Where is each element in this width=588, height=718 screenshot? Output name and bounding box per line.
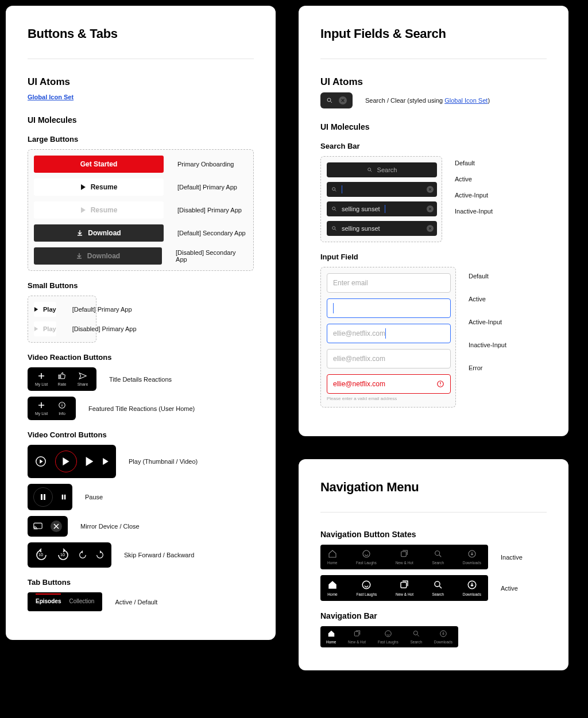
skip-back-icon[interactable]: 10 [34, 548, 48, 562]
nav-downloads[interactable]: Downloads [463, 549, 481, 565]
ui-molecules-heading: UI Molecules [320, 122, 547, 131]
svg-rect-14 [401, 583, 407, 588]
pause-controls-group [28, 484, 72, 510]
nav-fast-laughs[interactable]: Fast Laughs [357, 580, 377, 596]
tab-collection[interactable]: Collection [69, 598, 94, 604]
home-icon [328, 549, 337, 558]
state-label: Error [469, 364, 506, 371]
skip-forward-icon[interactable]: 10 [56, 548, 70, 562]
email-field-default[interactable]: Enter email [327, 273, 451, 293]
skip-forward-small-icon[interactable] [95, 550, 105, 560]
email-field-active[interactable] [327, 298, 451, 318]
play-icon[interactable] [102, 458, 109, 465]
error-icon [436, 380, 444, 388]
play-button[interactable]: Play [34, 302, 56, 317]
email-field-inactive-input[interactable]: ellie@netflix.com [327, 349, 451, 368]
searchbar-default[interactable]: Search [327, 162, 437, 177]
video-reaction-heading: Video Reaction Buttons [28, 353, 254, 362]
email-field-error[interactable]: ellie@netflix.com [327, 374, 451, 394]
nav-search[interactable]: Search [432, 580, 444, 596]
text-cursor [385, 205, 385, 213]
smile-icon [362, 549, 371, 558]
search-placeholder: Search [377, 166, 397, 173]
download-circle-icon [467, 549, 477, 558]
atoms-desc: Search / Clear (styled using Global Icon… [365, 97, 490, 104]
nav-home[interactable]: Home [327, 580, 338, 596]
clear-icon[interactable] [427, 186, 434, 193]
play-circle-icon[interactable] [34, 455, 47, 468]
state-label: Active-Input [469, 319, 506, 325]
svg-rect-10 [401, 552, 407, 557]
small-buttons-heading: Small Buttons [28, 281, 254, 290]
smile-icon [361, 580, 372, 590]
nav-search[interactable]: Search [432, 549, 444, 565]
resume-button[interactable]: Resume [34, 178, 164, 196]
global-icon-set-link[interactable]: Global Icon Set [444, 97, 488, 104]
nav-strip-active: Home Fast Laughs New & Hot Search Downlo… [320, 575, 488, 601]
nav-new-hot[interactable]: New & Hot [396, 549, 413, 565]
divider [320, 512, 547, 513]
tab-desc: Active / Default [115, 599, 157, 606]
close-icon[interactable] [51, 521, 62, 532]
svg-point-11 [435, 551, 439, 556]
skip-value: 10 [60, 553, 65, 557]
svg-point-5 [332, 188, 335, 191]
panel-input-fields: Input Fields & Search UI Atoms Search / … [299, 6, 568, 436]
play-icon [34, 307, 38, 312]
tab-episodes[interactable]: Episodes [36, 598, 61, 604]
button-label: Download [88, 229, 121, 237]
info-button[interactable]: Info [52, 401, 72, 416]
panel-navigation: Navigation Menu Navigation Button States… [299, 459, 568, 670]
button-desc: Primary Onboarding [177, 161, 234, 168]
nav-label: New & Hot [396, 592, 413, 596]
nav-new-hot[interactable]: New & Hot [348, 630, 366, 644]
search-icon [434, 549, 443, 558]
reaction-label: Rate [58, 382, 67, 386]
download-button[interactable]: Download [34, 224, 164, 242]
skip-back-small-icon[interactable] [78, 550, 87, 560]
rate-button[interactable]: Rate [52, 372, 72, 386]
clear-icon[interactable] [339, 96, 347, 104]
email-field-active-input[interactable]: ellie@netflix.com [327, 324, 451, 343]
global-icon-set-link[interactable]: Global Icon Set [28, 94, 74, 100]
play-icon[interactable] [85, 457, 94, 466]
search-icon[interactable] [326, 97, 333, 104]
searchbar-active[interactable] [327, 182, 437, 197]
nav-home[interactable]: Home [327, 549, 337, 565]
button-desc: [Default] Secondary App [177, 230, 246, 236]
my-list-button[interactable]: My List [31, 372, 52, 386]
searchbar-active-input[interactable]: selling sunset [327, 201, 437, 216]
get-started-button[interactable]: Get Started [34, 156, 164, 173]
nav-label: New & Hot [396, 561, 413, 565]
button-desc: [Default] Primary App [177, 184, 237, 191]
search-icon [331, 187, 337, 192]
play-ring-button[interactable] [55, 451, 77, 472]
nav-downloads[interactable]: Downloads [434, 630, 452, 644]
vc-desc: Play (Thumbnail / Video) [129, 458, 198, 465]
nav-new-hot[interactable]: New & Hot [396, 580, 413, 596]
stack-icon [353, 630, 361, 638]
share-button[interactable]: Share [72, 372, 93, 386]
cast-icon[interactable] [33, 522, 42, 530]
my-list-button[interactable]: My List [31, 401, 52, 416]
nav-home[interactable]: Home [326, 630, 336, 644]
vc-desc: Pause [85, 494, 103, 500]
svg-point-19 [413, 631, 417, 635]
skip-value: 10 [38, 553, 43, 557]
play-icon [62, 457, 70, 465]
nav-fast-laughs[interactable]: Fast Laughs [356, 549, 377, 565]
nav-fast-laughs[interactable]: Fast Laughs [378, 630, 399, 644]
pause-ring-button[interactable] [33, 487, 53, 507]
nav-downloads[interactable]: Downloads [463, 580, 481, 596]
nav-label: Search [410, 640, 422, 644]
button-desc: [Default] Primary App [72, 306, 132, 313]
download-button-disabled: Download [34, 247, 162, 265]
svg-point-13 [363, 581, 371, 589]
clear-icon[interactable] [427, 205, 434, 212]
reaction-label: Share [78, 382, 88, 386]
pause-icon[interactable] [61, 494, 67, 500]
send-icon [79, 372, 87, 380]
searchbar-inactive-input[interactable]: selling sunset [327, 221, 437, 236]
clear-icon[interactable] [427, 225, 434, 232]
nav-search[interactable]: Search [410, 630, 422, 644]
